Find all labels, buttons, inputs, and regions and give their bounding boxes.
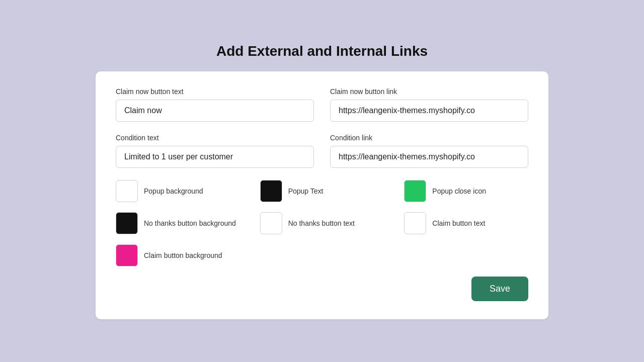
card: Claim now button text Claim now button l… xyxy=(96,71,548,319)
condition-link-label: Condition link xyxy=(330,134,528,142)
claim-link-input[interactable] xyxy=(330,100,528,122)
popup-close-icon-swatch[interactable] xyxy=(404,180,426,202)
popup-background-label: Popup background xyxy=(144,187,203,195)
claim-text-field-group: Claim now button text xyxy=(116,87,314,122)
claim-text-label: Claim now button text xyxy=(116,87,314,96)
popup-close-icon-item: Popup close icon xyxy=(404,180,528,202)
claim-text-input[interactable] xyxy=(116,100,314,122)
condition-row: Condition text Condition link xyxy=(116,134,528,168)
claim-row: Claim now button text Claim now button l… xyxy=(116,87,528,122)
popup-background-item: Popup background xyxy=(116,180,240,202)
no-thanks-text-label: No thanks button text xyxy=(288,219,355,227)
condition-text-label: Condition text xyxy=(116,134,314,142)
page-wrapper: Add External and Internal Links Claim no… xyxy=(0,43,644,319)
claim-button-text-item: Claim button text xyxy=(404,212,528,234)
popup-text-item: Popup Text xyxy=(260,180,384,202)
no-thanks-text-swatch[interactable] xyxy=(260,212,282,234)
color-section: Popup background Popup Text Popup close … xyxy=(116,180,528,266)
claim-button-bg-label: Claim button background xyxy=(144,251,222,259)
color-row-1: Popup background Popup Text Popup close … xyxy=(116,180,528,202)
claim-button-bg-swatch[interactable] xyxy=(116,244,138,266)
color-row-3: Claim button background xyxy=(116,244,528,266)
claim-link-field-group: Claim now button link xyxy=(330,87,528,122)
save-button[interactable]: Save xyxy=(471,277,528,301)
condition-link-field-group: Condition link xyxy=(330,134,528,168)
page-title: Add External and Internal Links xyxy=(216,43,428,59)
condition-link-input[interactable] xyxy=(330,146,528,168)
popup-close-icon-label: Popup close icon xyxy=(432,187,486,195)
condition-text-field-group: Condition text xyxy=(116,134,314,168)
save-row: Save xyxy=(116,277,528,301)
condition-text-input[interactable] xyxy=(116,146,314,168)
claim-button-text-swatch[interactable] xyxy=(404,212,426,234)
claim-link-label: Claim now button link xyxy=(330,87,528,96)
claim-button-text-label: Claim button text xyxy=(432,219,485,227)
popup-text-label: Popup Text xyxy=(288,187,324,195)
no-thanks-text-item: No thanks button text xyxy=(260,212,384,234)
popup-background-swatch[interactable] xyxy=(116,180,138,202)
claim-button-bg-item: Claim button background xyxy=(116,244,240,266)
popup-text-swatch[interactable] xyxy=(260,180,282,202)
color-row-2: No thanks button background No thanks bu… xyxy=(116,212,528,234)
no-thanks-bg-item: No thanks button background xyxy=(116,212,240,234)
no-thanks-bg-swatch[interactable] xyxy=(116,212,138,234)
no-thanks-bg-label: No thanks button background xyxy=(144,219,236,227)
